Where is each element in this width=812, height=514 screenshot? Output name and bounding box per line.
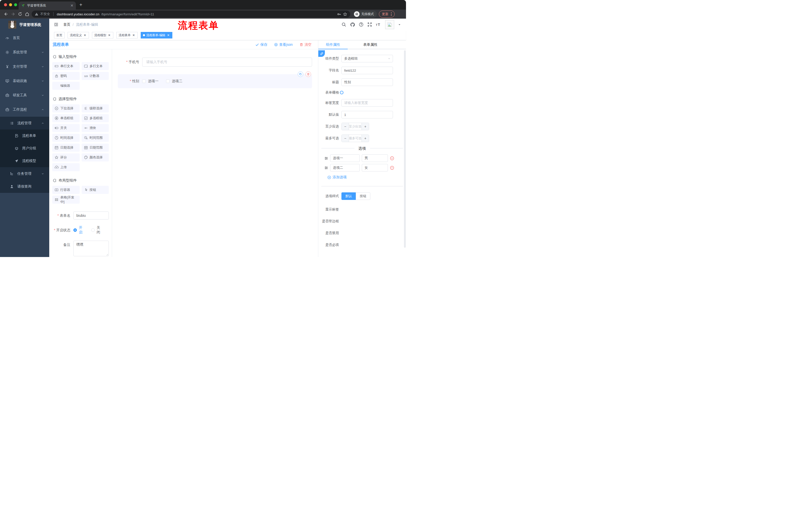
security-label[interactable]: 不安全 — [40, 12, 50, 16]
field-name-input[interactable]: field122 — [342, 66, 393, 74]
component-palette[interactable]: 颜色选择 — [82, 154, 109, 161]
reload-icon[interactable] — [17, 10, 24, 18]
canvas-field-phone[interactable]: 手机号 请输入手机号 — [112, 58, 318, 66]
zoom-window-button[interactable] — [14, 3, 17, 6]
option-label-input[interactable]: 选项一 — [330, 154, 360, 162]
component-cascade[interactable]: 级联选择 — [82, 104, 109, 112]
minimize-window-button[interactable] — [9, 3, 12, 6]
help-icon[interactable] — [359, 22, 364, 27]
tag-close-icon[interactable]: ✕ — [83, 33, 87, 37]
label-width-input[interactable]: 请输入标签宽度 — [342, 99, 393, 107]
option-style-default[interactable]: 默认 — [342, 192, 356, 200]
sidebar-item-6[interactable]: 工作流程 — [0, 102, 49, 117]
tab-close-icon[interactable]: ✕ — [70, 4, 74, 7]
remove-option-button[interactable] — [390, 166, 394, 170]
component-blank[interactable]: 编辑器 — [52, 82, 80, 90]
component-pointer[interactable]: 按钮 — [82, 186, 109, 194]
back-icon[interactable] — [2, 10, 9, 18]
component-upload[interactable]: 上传 — [52, 163, 80, 171]
url-path[interactable]: /bpm/manager/form/edit?formId=11 — [101, 12, 154, 16]
option-value-input[interactable]: 女 — [362, 164, 388, 171]
component-counter[interactable]: 123计数器 — [82, 72, 109, 80]
component-select[interactable]: 下拉选择 — [52, 104, 80, 112]
sidebar-item-1[interactable]: 首页 — [0, 31, 49, 45]
sidebar-item-2[interactable]: 系统管理 — [0, 45, 49, 59]
add-option-button[interactable]: 添加选项 — [327, 175, 406, 180]
form-canvas[interactable]: 手机号 请输入手机号 性别 选项一选项二 — [112, 49, 318, 257]
tab-tag-2[interactable]: 流程定义✕ — [67, 32, 89, 38]
browser-update-button[interactable]: 更新 — [379, 10, 395, 18]
component-row[interactable]: 行容器 — [52, 186, 80, 194]
component-star[interactable]: 评分 — [52, 154, 80, 161]
browser-tab[interactable]: 芋道管理系统 ✕ — [19, 1, 76, 9]
option-style-button[interactable]: 按钮 — [356, 192, 370, 200]
sidebar-item-4[interactable]: 基础设施 — [0, 74, 49, 88]
home-icon[interactable] — [24, 10, 31, 18]
title-input[interactable]: 性别 — [342, 78, 393, 86]
avatar[interactable] — [385, 20, 394, 29]
remove-option-button[interactable] — [390, 156, 394, 160]
sidebar-item-10[interactable]: 流程模型 — [0, 155, 49, 167]
option-label-input[interactable]: 选项二 — [330, 164, 360, 171]
tag-close-icon[interactable]: ✕ — [167, 33, 170, 37]
slider-handle[interactable] — [340, 91, 343, 94]
fullscreen-icon[interactable] — [367, 22, 372, 27]
sidebar-item-11[interactable]: 任务管理 — [0, 167, 49, 180]
password-key-icon[interactable] — [337, 12, 341, 16]
component-lock[interactable]: 密码 — [52, 72, 80, 80]
phone-input[interactable]: 请输入手机号 — [142, 58, 312, 66]
search-icon[interactable] — [342, 22, 346, 27]
tag-close-icon[interactable]: ✕ — [108, 33, 111, 37]
gender-checkbox-1[interactable]: 选项一 — [142, 79, 158, 83]
sidebar-item-5[interactable]: 研发工具 — [0, 88, 49, 102]
component-table[interactable]: 表格[开发中] — [52, 196, 80, 204]
close-window-button[interactable] — [4, 3, 7, 6]
decrease-button[interactable]: − — [342, 135, 349, 142]
component-switch[interactable]: 开关 — [52, 124, 80, 132]
min-select-value[interactable]: 至少应选 — [349, 123, 362, 130]
component-type-select[interactable]: 多选框组 — [342, 55, 393, 62]
clear-button[interactable]: 清空 — [299, 43, 312, 47]
increase-button[interactable]: + — [362, 123, 369, 130]
font-size-icon[interactable]: TT — [376, 22, 381, 27]
panel-scrollbar[interactable] — [404, 50, 406, 248]
status-radio-1[interactable]: 开启 — [74, 225, 85, 235]
url-bar[interactable]: 不安全 dashboard.yudao.iocoder.cn/bpm/manag… — [32, 10, 350, 18]
component-input[interactable]: 单行文本 — [52, 62, 80, 70]
breadcrumb-home[interactable]: 首页 — [63, 22, 70, 27]
component-clock-range[interactable]: 时间范围 — [82, 134, 109, 142]
save-button[interactable]: 保存 — [255, 43, 267, 47]
chevron-down-icon[interactable] — [398, 23, 401, 26]
tab-tag-3[interactable]: 流程模型✕ — [92, 32, 113, 38]
component-calendar-range[interactable]: 日期范围 — [82, 143, 109, 152]
sidebar-item-12[interactable]: 请假查询 — [0, 180, 49, 193]
option-value-input[interactable]: 男 — [362, 154, 388, 162]
form-name-input[interactable]: biubiu — [74, 212, 109, 219]
menu-kebab-icon[interactable] — [391, 12, 392, 16]
tab-tag-1[interactable]: 首页 — [54, 32, 64, 38]
new-tab-button[interactable]: + — [79, 2, 82, 8]
sidebar-item-9[interactable]: 用户分组 — [0, 142, 49, 155]
tab-component-props[interactable]: 组件属性 — [318, 40, 348, 49]
default-value-input[interactable]: 1 — [342, 111, 393, 118]
tab-form-props[interactable]: 表单属性 — [348, 40, 393, 49]
sidebar-item-3[interactable]: 支付管理 — [0, 59, 49, 74]
sidebar-item-7[interactable]: 流程管理 — [0, 117, 49, 130]
canvas-field-gender-selected[interactable]: 性别 选项一选项二 — [118, 74, 312, 88]
component-radio[interactable]: 单选框组 — [52, 114, 80, 122]
form-remark-textarea[interactable]: 嘿嘿 — [74, 241, 109, 256]
component-textarea[interactable]: 多行文本 — [82, 62, 109, 70]
tab-tag-5[interactable]: 流程表单-编辑✕ — [141, 32, 172, 38]
github-icon[interactable] — [350, 22, 355, 27]
drag-handle-icon[interactable] — [324, 156, 328, 160]
window-controls[interactable] — [4, 3, 17, 6]
url-host[interactable]: dashboard.yudao.iocoder.cn — [57, 12, 99, 16]
update-label[interactable]: 更新 — [382, 12, 388, 16]
bookmark-star-icon[interactable] — [343, 12, 347, 16]
component-slider[interactable]: 滑块 — [82, 124, 109, 132]
security-warning-icon[interactable] — [35, 12, 38, 16]
status-radio-2[interactable]: 关闭 — [91, 225, 103, 235]
component-clock[interactable]: 时间选择 — [52, 134, 80, 142]
sidebar-logo[interactable]: 芋道管理系统 — [0, 19, 49, 31]
component-calendar[interactable]: 日期选择 — [52, 143, 80, 152]
